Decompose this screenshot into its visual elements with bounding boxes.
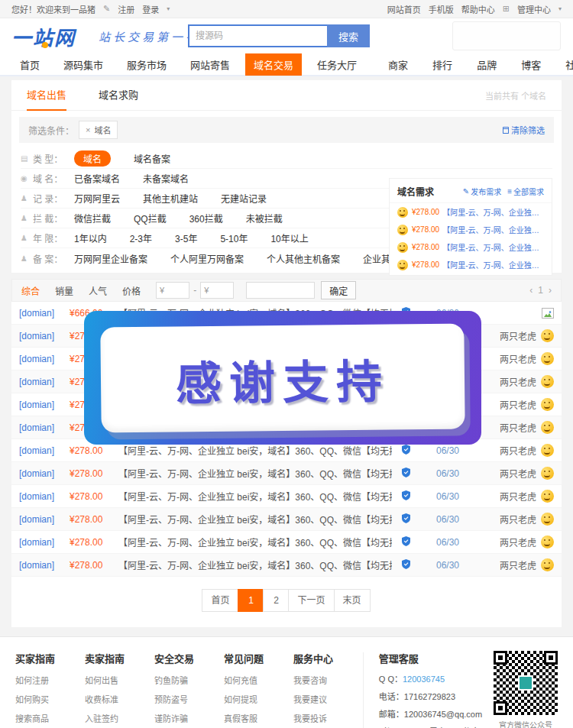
domain-link[interactable]: [domian] [19,468,70,479]
footer-link[interactable]: 我要咨询 [293,674,363,686]
filter-option[interactable]: 域名备案 [134,152,170,165]
sort-option-人气[interactable]: 人气 [89,284,107,297]
seller-cell[interactable]: 两只老虎 [500,375,554,388]
pager-next-icon[interactable]: › [549,285,552,296]
sort-option-价格[interactable]: 价格 [122,284,141,297]
footer-link[interactable]: 如何购买 [15,693,85,705]
seller-cell[interactable]: 两只老虎 [500,398,554,411]
domain-link[interactable]: [domian] [19,422,70,433]
page-button-首页[interactable]: 首页 [202,589,238,612]
filter-option[interactable]: 10年以上 [270,231,308,244]
page-button-末页[interactable]: 末页 [334,589,371,612]
footer-link[interactable]: 如何注册 [15,674,85,686]
price-min-input[interactable] [166,286,186,295]
nav-item-任务大厅[interactable]: 任务大厅 [309,53,365,76]
footer-link[interactable]: 如何充值 [224,674,293,686]
footer-link[interactable]: 谨防诈骗 [154,712,224,724]
seller-cell[interactable]: 两只老虎 [500,513,554,526]
domain-link[interactable]: [domian] [19,537,70,548]
search-button[interactable]: 搜索 [327,24,370,47]
demand-item[interactable]: ¥278.00【阿里-云、万-网、企业独立 b [390,256,552,273]
nav-right-item-博客[interactable]: 博客 [513,53,549,76]
page-button-1[interactable]: 1 [238,589,264,612]
domain-link[interactable]: [domian] [19,377,70,387]
seller-cell[interactable]: 两只老虎 [500,535,554,548]
topbar-link-help[interactable]: 帮助中心 [461,3,495,15]
footer-link[interactable]: 我要投诉 [293,712,363,724]
seller-cell[interactable]: 两只老虎 [500,490,554,503]
filter-option[interactable]: 1年以内 [74,231,107,244]
filter-option[interactable]: 微信拦截 [74,212,111,225]
seller-cell[interactable]: 两只老虎 [500,421,554,434]
footer-link[interactable]: 如何提现 [224,693,293,705]
filter-option[interactable]: 个人阿里万网备案 [170,252,244,265]
filter-option[interactable]: 未备案域名 [143,172,189,185]
footer-link[interactable]: 收费标准 [85,693,154,705]
filter-option[interactable]: 3-5年 [175,231,197,244]
site-logo[interactable]: 一站网 [11,22,76,50]
filter-option[interactable]: 其他主机建站 [143,192,198,205]
publish-demand-link[interactable]: ✎ 发布需求 [463,186,501,197]
page-button-下一页[interactable]: 下一页 [288,589,334,612]
domain-link[interactable]: [domian] [19,308,70,319]
sort-option-销量[interactable]: 销量 [55,284,73,297]
tag-close-icon[interactable]: × [86,125,90,134]
domain-link[interactable]: [domian] [19,491,70,502]
footer-link[interactable]: 真假客服 [224,712,293,724]
seller-cell[interactable]: 两只老虎 [500,444,554,457]
seller-cell[interactable]: 两只老虎 [500,352,554,365]
tab-domain-sell[interactable]: 域名出售 [27,80,66,111]
sort-option-综合[interactable]: 综合 [21,284,40,297]
demand-item[interactable]: ¥278.00【阿里-云、万-网、企业独立 b [390,238,552,256]
register-link[interactable]: 注册 [118,3,134,15]
nav-item-网站寄售[interactable]: 网站寄售 [182,53,238,76]
filter-option[interactable]: 域名 [74,150,111,167]
domain-link[interactable]: [domian] [19,354,70,364]
all-demand-link[interactable]: ≡ 全部需求 [507,186,544,197]
filter-option[interactable]: 无建站记录 [221,192,267,205]
login-link[interactable]: 登录 [142,3,159,15]
confirm-button[interactable]: 确定 [321,281,356,299]
tab-domain-buy[interactable]: 域名求购 [99,80,138,111]
page-button-2[interactable]: 2 [263,589,289,612]
filter-option[interactable]: 万网阿里云 [74,192,120,205]
seller-cell[interactable]: 两只老虎 [500,467,554,480]
filter-option[interactable]: 360拦截 [189,212,223,225]
nav-item-域名交易[interactable]: 域名交易 [245,53,302,76]
topbar-link-admin[interactable]: 管理中心 [517,3,551,15]
nav-item-服务市场[interactable]: 服务市场 [118,53,175,76]
filter-tag-domain[interactable]: × 域名 [79,121,118,139]
footer-link[interactable]: 如何出售 [85,674,154,686]
nav-right-item-品牌[interactable]: 品牌 [468,53,505,76]
footer-link[interactable]: 入驻签约 [85,712,154,724]
domain-link[interactable]: [domian] [19,560,70,571]
footer-link[interactable]: 我要建议 [293,693,363,705]
filter-option[interactable]: 个人其他主机备案 [267,252,340,265]
nav-item-首页[interactable]: 首页 [11,53,48,76]
footer-link[interactable]: 搜索商品 [15,712,85,724]
topbar-link-home[interactable]: 网站首页 [387,3,421,15]
footer-link[interactable]: 钓鱼防骗 [154,674,224,686]
nav-right-item-排行[interactable]: 排行 [424,53,461,76]
domain-link[interactable]: [domian] [19,445,70,456]
demand-item[interactable]: ¥278.00【阿里-云、万-网、企业独立 b [390,221,552,238]
price-max-input[interactable] [210,286,230,295]
nav-right-item-商家[interactable]: 商家 [380,53,416,76]
clear-filter-button[interactable]: 清除筛选 [503,124,545,136]
domain-link[interactable]: [domian] [19,331,70,341]
filter-option[interactable]: 2-3年 [130,231,152,244]
nav-item-源码集市[interactable]: 源码集市 [55,53,112,76]
seller-cell[interactable]: 两只老虎 [500,329,554,342]
filter-option[interactable]: 已备案域名 [74,172,120,185]
nav-right-item-社区[interactable]: 社区 [557,53,573,76]
filter-option[interactable]: 5-10年 [220,231,248,244]
demand-item[interactable]: ¥278.00【阿里-云、万-网、企业独立 b [390,203,552,221]
filter-option[interactable]: 未被拦截 [246,212,283,225]
pager-prev-icon[interactable]: ‹ [529,285,533,296]
search-input[interactable] [188,24,327,47]
footer-link[interactable]: 预防盗号 [154,693,224,705]
filter-option[interactable]: 万网阿里企业备案 [74,252,147,265]
seller-cell[interactable] [542,308,554,319]
keyword-filter-input[interactable] [246,282,315,299]
filter-option[interactable]: QQ拦截 [134,212,167,225]
